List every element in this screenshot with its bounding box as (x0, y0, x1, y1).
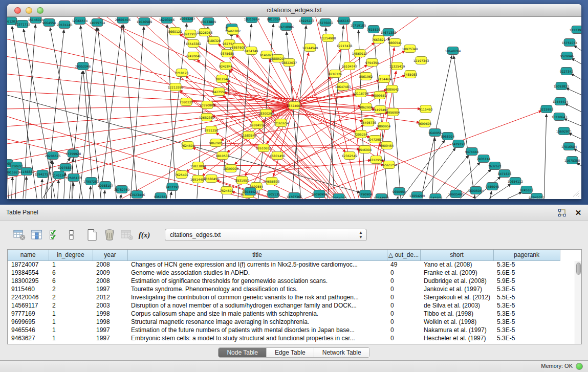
show-columns-icon[interactable] (30, 228, 44, 242)
graph-node[interactable]: 9810533 (216, 152, 230, 160)
float-window-icon[interactable] (557, 208, 567, 217)
graph-node[interactable]: 8216126 (329, 70, 342, 78)
select-rows-icon[interactable] (47, 228, 61, 242)
table-row[interactable]: 946554611997Estimation of the future num… (8, 326, 560, 334)
graph-node[interactable]: 15146024 (28, 17, 44, 24)
graph-node[interactable]: 12093822 (554, 82, 570, 90)
graph-node[interactable]: 8958924 (441, 133, 455, 140)
graph-node[interactable]: 15461882 (225, 27, 241, 35)
graph-node[interactable]: 9529946 (560, 52, 574, 60)
graph-node[interactable]: 10654112 (508, 178, 524, 185)
graph-node[interactable]: 20053346 (75, 62, 91, 70)
table-row[interactable]: 977716911998Corpus callosum shape and si… (8, 310, 560, 318)
graph-node[interactable]: 16801456 (270, 152, 286, 160)
graph-node[interactable]: 18822037 (281, 59, 297, 67)
graph-node[interactable]: 18226058 (197, 29, 213, 36)
graph-node[interactable]: 9862904 (359, 103, 373, 111)
function-builder-icon[interactable]: f(x) (137, 228, 151, 242)
graph-node[interactable]: 6466163 (337, 17, 351, 25)
graph-node[interactable]: 14569117 (352, 50, 368, 57)
graph-node[interactable]: 7580225 (180, 98, 193, 106)
graph-node[interactable]: 12362549 (342, 152, 358, 160)
graph-node[interactable]: 14671388 (381, 29, 397, 36)
graph-node[interactable]: 9699695 (418, 120, 432, 127)
table-scrollbar[interactable] (575, 261, 581, 344)
graph-node[interactable]: 9245652 (520, 186, 534, 194)
graph-node[interactable]: 8660123 (168, 28, 182, 35)
citation-network-graph[interactable]: 1872400720612036103717131514602496645542… (7, 17, 581, 199)
graph-node[interactable]: 8912955 (184, 30, 198, 38)
graph-node[interactable]: 19384554 (250, 121, 266, 129)
graph-node[interactable]: 14055714 (90, 19, 105, 27)
graph-node[interactable]: 12610651 (256, 144, 272, 152)
table-header-row[interactable]: namein_degreeyeartitle△ out_de...shortpa… (8, 250, 560, 260)
close-window-icon[interactable] (14, 7, 21, 14)
graph-node[interactable]: 8813054 (267, 17, 281, 23)
window-titlebar[interactable]: citations_edges.txt (7, 4, 581, 17)
graph-node[interactable]: 2718120 (175, 69, 189, 77)
graph-node[interactable]: 10648784 (445, 47, 461, 55)
table-row[interactable]: 1456911722003Disruption of a novel membe… (8, 301, 560, 310)
graph-node[interactable]: 8312954 (369, 156, 383, 164)
tab-edge-table[interactable]: Edge Table (267, 348, 314, 357)
graph-node[interactable]: 12144549 (302, 44, 318, 52)
close-panel-icon[interactable]: ✕ (574, 208, 583, 217)
graph-node[interactable]: 9245909 (429, 194, 443, 199)
column-header[interactable]: pagerank (493, 250, 560, 260)
graph-node[interactable]: 18300295 (258, 110, 274, 117)
graph-node[interactable]: 16203946 (159, 17, 175, 24)
graph-node[interactable]: 9794354 (365, 59, 379, 67)
graph-node[interactable]: 12954095 (331, 194, 347, 199)
graph-node[interactable]: 11123956 (570, 26, 581, 34)
graph-node[interactable]: 8454749 (245, 47, 258, 55)
graph-node[interactable]: 16044424 (243, 188, 258, 195)
graph-node[interactable]: 15692971 (556, 127, 572, 135)
table-selector-dropdown[interactable]: citations_edges.txt ▲▼ (165, 229, 367, 241)
graph-node[interactable]: 11325419 (389, 62, 405, 70)
graph-node[interactable]: 10958107 (98, 182, 114, 189)
table-row[interactable]: 2242004622012Investigating the contribut… (8, 293, 560, 301)
graph-node[interactable]: 13954209 (409, 192, 425, 199)
column-header[interactable]: in_degree (49, 250, 93, 260)
table-row[interactable]: 911546021997Tourette syndrome. Phenomeno… (8, 285, 560, 293)
graph-node[interactable]: 22420046 (186, 52, 202, 60)
graph-node[interactable]: 12505135 (66, 174, 82, 182)
zoom-window-icon[interactable] (37, 7, 43, 14)
graph-node[interactable]: 19218986 (278, 23, 294, 31)
graph-node[interactable]: 12217438 (337, 42, 353, 50)
row-height-icon[interactable] (64, 228, 79, 242)
graph-node[interactable]: 2803144 (215, 75, 229, 83)
graph-node[interactable]: 3915925 (7, 168, 20, 176)
graph-node[interactable]: 10653287 (180, 17, 195, 23)
graph-node[interactable]: 8956904 (386, 108, 400, 116)
graph-node[interactable]: 9546904 (358, 146, 372, 154)
graph-node[interactable]: 7624504 (181, 142, 195, 149)
graph-node[interactable]: 20531240 (57, 21, 73, 29)
table-row[interactable]: 1872400712008Changes of HCN gene express… (8, 260, 560, 269)
scrollbar-thumb[interactable] (576, 262, 581, 275)
graph-node[interactable]: 10719185 (351, 21, 366, 29)
graph-node[interactable]: 16561254 (381, 161, 397, 169)
column-header[interactable]: △ out_de... (387, 250, 420, 260)
table-row[interactable]: 946362711997Embryonic stem cells: a mode… (8, 334, 560, 342)
graph-node[interactable]: 16905054 (468, 187, 484, 194)
graph-node[interactable]: 20206526 (45, 152, 61, 160)
graph-node[interactable]: 7632621 (488, 162, 502, 170)
network-view-window[interactable]: citations_edges.txt 18724007206120361037… (7, 4, 581, 199)
graph-node[interactable]: 16104747 (342, 62, 358, 70)
graph-node[interactable]: 12116736 (353, 90, 369, 97)
graph-node[interactable]: 10399005 (223, 165, 239, 172)
graph-node[interactable]: 7205254 (354, 130, 368, 138)
graph-node[interactable]: 8909454 (380, 142, 394, 149)
delete-table-icon[interactable] (120, 228, 134, 242)
graph-node[interactable]: 8751256 (205, 126, 219, 134)
table-row[interactable]: 969969511998Structural magnetic resonanc… (8, 318, 560, 326)
graph-node[interactable]: 15751074 (562, 39, 578, 47)
graph-node[interactable]: 12444414 (553, 98, 569, 105)
tab-network-table[interactable]: Network Table (314, 348, 369, 357)
graph-node[interactable]: 17957253 (83, 178, 99, 185)
graph-node[interactable]: 15925227 (299, 17, 315, 25)
graph-node[interactable]: 14767366 (287, 193, 302, 199)
graph-node[interactable]: 11583645 (241, 132, 257, 139)
graph-node[interactable]: 8427552 (212, 88, 226, 96)
